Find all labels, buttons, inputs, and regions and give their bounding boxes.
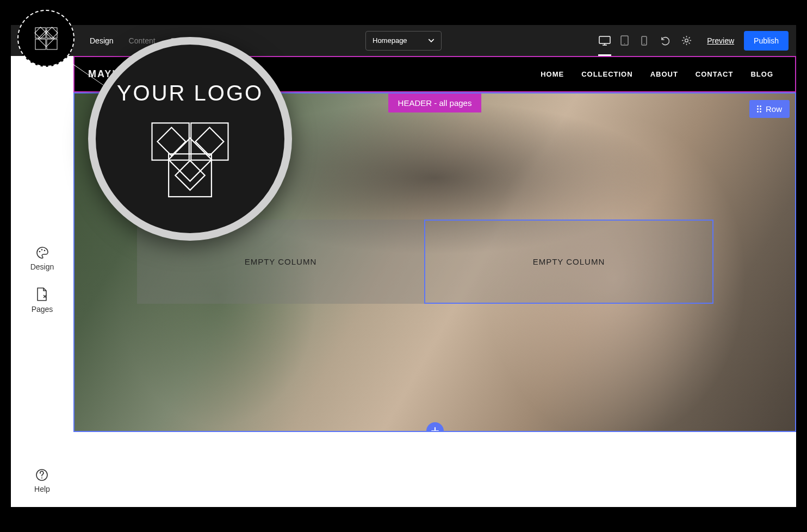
svg-rect-20 bbox=[191, 123, 228, 160]
row-badge[interactable]: Row bbox=[749, 100, 790, 118]
chevron-down-icon bbox=[428, 39, 434, 42]
svg-rect-0 bbox=[599, 36, 610, 43]
svg-point-10 bbox=[41, 478, 42, 479]
logo-icon-large bbox=[142, 118, 238, 199]
sidebar-item-design[interactable]: Design bbox=[30, 246, 54, 271]
page-icon bbox=[36, 287, 48, 302]
sidebar-item-pages[interactable]: Pages bbox=[32, 287, 53, 314]
page-selector[interactable]: Homepage bbox=[365, 31, 442, 51]
site-nav: HOME COLLECTION ABOUT CONTACT BLOG bbox=[541, 70, 773, 78]
svg-rect-16 bbox=[34, 27, 46, 38]
svg-point-5 bbox=[685, 39, 688, 42]
publish-button[interactable]: Publish bbox=[744, 31, 789, 51]
nav-about[interactable]: ABOUT bbox=[650, 70, 678, 78]
your-logo-text: YOUR LOGO bbox=[117, 79, 263, 107]
logo-anchor-circle bbox=[17, 10, 75, 67]
drag-handle-icon bbox=[757, 105, 761, 112]
help-icon bbox=[35, 468, 48, 481]
nav-contact[interactable]: CONTACT bbox=[696, 70, 734, 78]
page-selector-wrap: Homepage bbox=[365, 31, 442, 51]
tablet-icon bbox=[620, 35, 629, 46]
svg-point-4 bbox=[643, 43, 644, 44]
sidebar-item-help[interactable]: Help bbox=[34, 468, 50, 493]
settings-button[interactable] bbox=[675, 25, 697, 56]
topbar-right: Preview Publish bbox=[595, 25, 796, 56]
svg-rect-25 bbox=[175, 160, 204, 190]
sidebar-item-label: Help bbox=[34, 485, 50, 493]
tab-content[interactable]: Content bbox=[129, 36, 156, 45]
nav-collection[interactable]: COLLECTION bbox=[581, 70, 633, 78]
svg-rect-23 bbox=[195, 127, 224, 155]
row-badge-label: Row bbox=[766, 104, 782, 114]
undo-button[interactable] bbox=[654, 25, 675, 56]
preview-link[interactable]: Preview bbox=[707, 36, 734, 45]
svg-point-2 bbox=[624, 43, 625, 45]
topbar: Design Content Products Homepage bbox=[11, 25, 796, 56]
svg-point-6 bbox=[39, 251, 40, 253]
logo-zoom-callout: YOUR LOGO bbox=[88, 37, 292, 241]
device-switcher bbox=[595, 25, 654, 56]
gear-icon bbox=[681, 35, 692, 46]
sidebar: Design Pages Help bbox=[11, 56, 73, 507]
svg-line-18 bbox=[63, 57, 106, 87]
tab-design[interactable]: Design bbox=[90, 36, 114, 45]
nav-home[interactable]: HOME bbox=[541, 70, 564, 78]
empty-column-right[interactable]: EMPTY COLUMN bbox=[424, 220, 713, 304]
device-tablet-button[interactable] bbox=[614, 25, 634, 56]
logo-icon bbox=[33, 25, 60, 52]
palette-icon bbox=[36, 246, 49, 259]
plus-icon bbox=[431, 427, 439, 432]
device-mobile-button[interactable] bbox=[634, 25, 654, 56]
sidebar-item-label: Design bbox=[30, 262, 54, 271]
svg-point-8 bbox=[44, 250, 45, 252]
mobile-icon bbox=[641, 36, 647, 46]
sidebar-item-label: Pages bbox=[32, 305, 53, 314]
svg-point-7 bbox=[41, 249, 42, 251]
svg-rect-17 bbox=[46, 27, 57, 38]
page-selector-label: Homepage bbox=[373, 36, 407, 45]
desktop-icon bbox=[599, 36, 611, 46]
svg-rect-22 bbox=[157, 127, 185, 155]
header-badge: HEADER - all pages bbox=[388, 93, 482, 112]
nav-blog[interactable]: BLOG bbox=[750, 70, 773, 78]
undo-icon bbox=[660, 36, 669, 46]
device-desktop-button[interactable] bbox=[595, 25, 614, 56]
